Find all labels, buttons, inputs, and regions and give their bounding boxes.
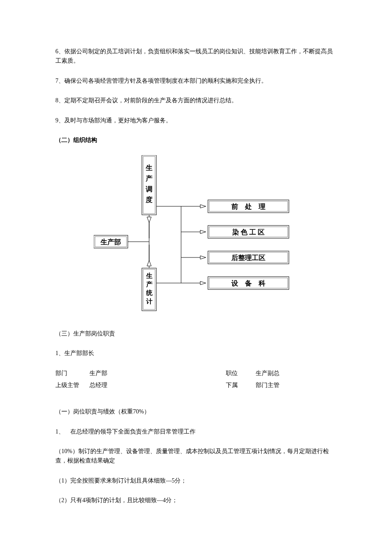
duty1-item1: （1）完全按照要求来制订计划且具体细致—5分；	[55, 476, 337, 486]
org-lower-char-3: 计	[146, 298, 153, 305]
info-grid: 部门 生产部 职位 生产副总 上级主管 总经理 下属 部门主管	[55, 369, 337, 390]
paragraph-9: 9、及时与市场部沟通，更好地为客户服务。	[55, 116, 337, 125]
org-chart: 生产部 生 产 调 度 生 产 统 计 前	[55, 155, 337, 316]
org-right-3: 设 备 科	[231, 280, 265, 287]
position-label: 职位	[226, 369, 256, 378]
duties-weight-title: （一）岗位职责与绩效（权重70%）	[55, 407, 337, 416]
paragraph-8: 8、定期不定期召开会议，对前阶段的生产及各方面的情况进行总结。	[55, 96, 337, 105]
duty1-title: 1、 在总经理的领导下全面负责生产部日常管理工作	[55, 427, 337, 436]
sub-value: 部门主管	[256, 381, 315, 390]
duty1-desc: （10%）制订的生产管理、设备管理、质量管理、成本控制以及员工管理五项计划情况，…	[55, 447, 337, 466]
sub-label: 下属	[226, 381, 256, 390]
paragraph-7: 7、确保公司各项经营管理方针及各项管理制度在本部门的顺利实施和完全执行。	[55, 76, 337, 86]
org-right-1: 染 色 工 区	[232, 228, 265, 236]
paragraph-6: 6、依据公司制定的员工培训计划，负责组织和落实一线员工的岗位知识、技能培训教育工…	[55, 47, 337, 66]
section-dept-duties: （三）生产部岗位职责	[55, 329, 337, 338]
role-head-title: 1、生产部部长	[55, 349, 337, 358]
section-org-structure: （二）组织结构	[55, 136, 337, 145]
svg-marker-15	[200, 205, 206, 208]
org-right-2: 后整理工区	[231, 254, 265, 261]
org-lower-char-1: 产	[146, 281, 153, 288]
super-value: 总经理	[89, 381, 149, 390]
dept-value: 生产部	[89, 369, 149, 378]
svg-marker-8	[147, 260, 151, 266]
svg-marker-19	[200, 230, 206, 234]
dept-label: 部门	[55, 369, 89, 378]
org-upper-char-2: 调	[145, 185, 153, 193]
super-label: 上级主管	[55, 381, 89, 390]
svg-marker-6	[147, 217, 151, 223]
org-right-group: 前 处 理 染 色 工 区 后整理工区 设 备 科	[156, 200, 289, 289]
org-right-0: 前 处 理	[231, 203, 265, 210]
org-upper-char-3: 度	[145, 196, 153, 203]
org-root-text: 生产部	[100, 238, 121, 246]
svg-marker-27	[200, 281, 206, 285]
org-lower-char-2: 统	[146, 289, 153, 296]
duty1-item2: （2）只有4项制订的计划，且比较细致—4分；	[55, 496, 337, 505]
org-upper-char-0: 生	[145, 164, 153, 171]
svg-marker-23	[200, 256, 206, 259]
org-upper-char-1: 产	[145, 175, 153, 182]
position-value: 生产副总	[256, 369, 315, 378]
org-lower-char-0: 生	[146, 272, 153, 279]
